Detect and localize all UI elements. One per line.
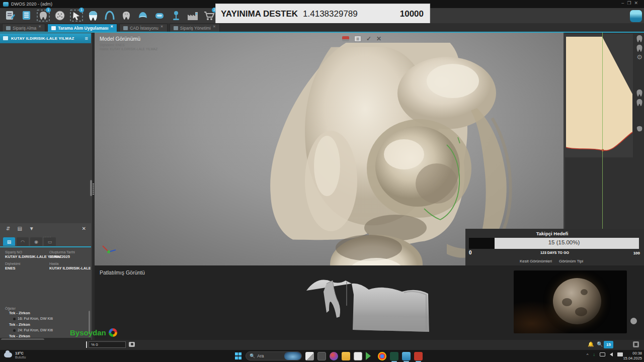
- close-button[interactable]: ✕: [634, 1, 641, 6]
- folder-icon: [3, 36, 8, 40]
- lab-button[interactable]: [186, 9, 200, 22]
- hamburger-menu-icon[interactable]: ≡: [85, 36, 88, 41]
- tracker-max: 100: [633, 251, 640, 255]
- app-dark-icon[interactable]: [317, 352, 326, 360]
- minimize-button[interactable]: –: [621, 1, 627, 6]
- tab-siparis-yonetimi[interactable]: Sipariş Yönetimi✕: [170, 24, 220, 32]
- start-button[interactable]: [235, 352, 242, 359]
- download-icon[interactable]: ↓: [593, 352, 596, 357]
- eject-icon[interactable]: [633, 341, 639, 347]
- calculator-icon[interactable]: [354, 352, 362, 360]
- station-count-badge[interactable]: 15: [604, 341, 613, 348]
- tab-cad-istasyonu[interactable]: CAD İstasyonu✕: [119, 24, 168, 32]
- search-icon: 🔍: [250, 353, 255, 358]
- tooth-47-icon[interactable]: [636, 99, 643, 107]
- maximize-button[interactable]: ❐: [627, 1, 634, 6]
- tab-restorations[interactable]: ◠: [17, 237, 29, 246]
- denture-button[interactable]: [136, 9, 150, 22]
- display-icon[interactable]: [600, 352, 605, 356]
- weather-widget[interactable]: 13°CBulutlu: [4, 351, 26, 359]
- case-header[interactable]: KUTAY ILDIRISIK-LALE YILMAZ ≡: [0, 33, 91, 43]
- order-list-button[interactable]: [20, 9, 34, 22]
- tab-siparis-alma[interactable]: Sipariş Alma✕: [2, 24, 45, 32]
- viewport-meta-patient: Hasta: KUTAY ILDIRISIK-LALE YILMAZ: [100, 47, 157, 51]
- bridge-icon[interactable]: [636, 125, 643, 132]
- item-entry[interactable]: 16: Ful Kron, DW Kiti: [13, 316, 91, 321]
- order-tabs-underline: [0, 246, 91, 247]
- tab-close-icon[interactable]: ✕: [38, 25, 41, 29]
- tooth-crown-button[interactable]: [86, 9, 100, 22]
- tab-order-info[interactable]: ▤: [3, 237, 15, 246]
- tab-icon: [51, 26, 56, 30]
- list-tool-icon[interactable]: ☰: [354, 36, 361, 42]
- section-plane-line: [602, 33, 603, 257]
- tab-messages[interactable]: ▭: [44, 237, 56, 246]
- search-art-image: [284, 352, 301, 360]
- tracker-progress-bar[interactable]: 15 (15.00%): [469, 238, 639, 249]
- search-icon[interactable]: 🔍: [597, 341, 603, 347]
- green-arrow-icon[interactable]: [366, 352, 371, 360]
- tooth-24-icon[interactable]: [636, 44, 643, 52]
- taskbar-search[interactable]: 🔍 Ara: [246, 351, 302, 360]
- notifications-bell-icon[interactable]: 🔔: [588, 341, 594, 347]
- speaker-icon[interactable]: [610, 352, 613, 356]
- banner-value: 1.4138329789: [303, 9, 358, 19]
- task-view-icon[interactable]: [305, 352, 314, 360]
- tab-tarama-alim[interactable]: Tarama Alım Uygulaması✕: [47, 24, 117, 32]
- tooth-37-icon[interactable]: [636, 89, 643, 97]
- section-views-button[interactable]: Kesit Görünümleri: [520, 259, 552, 263]
- tab-icon: [123, 26, 128, 30]
- cart-button[interactable]: 2: [202, 9, 216, 22]
- mesh-button[interactable]: [53, 9, 67, 22]
- view-type-button[interactable]: Görünüm Tipi: [559, 259, 583, 263]
- media-thumbnail[interactable]: [514, 270, 627, 333]
- cross-section-shape: [565, 34, 633, 157]
- recorder-app-icon[interactable]: [414, 352, 423, 360]
- item-type: Tek - Zirkon: [9, 322, 91, 327]
- exploded-view-panel: Patlatılmış Görüntü: [95, 265, 644, 340]
- snapshot-camera-icon[interactable]: [129, 342, 135, 347]
- gum-button[interactable]: [152, 9, 167, 22]
- orientation-axis-icon: [101, 244, 118, 257]
- pick-tool-button[interactable]: 1: [69, 9, 84, 22]
- confirm-icon[interactable]: ✓: [366, 35, 371, 42]
- tray-expand-icon[interactable]: ^: [587, 352, 589, 357]
- floating-button[interactable]: [630, 318, 637, 324]
- browser-icon[interactable]: [378, 352, 386, 360]
- taskbar-clock[interactable]: 00:38 15.04.2025: [623, 351, 642, 361]
- scanner-button[interactable]: [169, 9, 183, 22]
- tab-images[interactable]: ◉: [30, 237, 42, 246]
- corner-app-icon[interactable]: [630, 10, 642, 22]
- exploded-model-3d[interactable]: [303, 269, 435, 336]
- file-explorer-icon[interactable]: [342, 352, 350, 360]
- sort-icon[interactable]: ⇵: [6, 226, 10, 231]
- tray-folder-icon[interactable]: [617, 352, 623, 356]
- camera-app-icon[interactable]: [390, 352, 398, 360]
- tracker-value: 15 (15.00%): [489, 239, 639, 245]
- viewport-close-icon[interactable]: ✕: [376, 35, 381, 42]
- gear-icon[interactable]: ⚙: [636, 54, 642, 60]
- tab-close-icon[interactable]: ✕: [160, 25, 164, 29]
- cross-section-view[interactable]: [565, 34, 633, 157]
- scanner-icon: [170, 10, 182, 21]
- note-icon[interactable]: ▤: [17, 226, 22, 231]
- paint-tool-icon[interactable]: [342, 36, 349, 41]
- panel-close-icon[interactable]: ✕: [82, 226, 86, 231]
- tab-icon: [174, 26, 178, 30]
- tab-close-icon[interactable]: ✕: [213, 25, 216, 29]
- scan-model-button[interactable]: 1: [36, 9, 50, 22]
- zoom-input[interactable]: % 0: [89, 341, 126, 348]
- filter-icon[interactable]: ▼: [29, 226, 34, 231]
- new-order-button[interactable]: [3, 9, 17, 22]
- dwos-app-icon[interactable]: [402, 352, 411, 360]
- tracker-days: 123 DAYS TO GO: [465, 251, 644, 254]
- tab-close-icon[interactable]: ✕: [110, 25, 113, 29]
- system-tray: ^ ↓: [587, 352, 623, 357]
- tooth-16-icon[interactable]: [636, 35, 643, 43]
- app-sphere-icon[interactable]: [330, 352, 338, 360]
- item-group[interactable]: Tek - Zirkon 16: Ful Kron, DW Kiti: [9, 311, 91, 321]
- window-controls[interactable]: –❐✕: [621, 1, 641, 6]
- cloud-icon: [4, 352, 12, 357]
- arch-button[interactable]: [103, 9, 117, 22]
- molar-button[interactable]: [119, 9, 133, 22]
